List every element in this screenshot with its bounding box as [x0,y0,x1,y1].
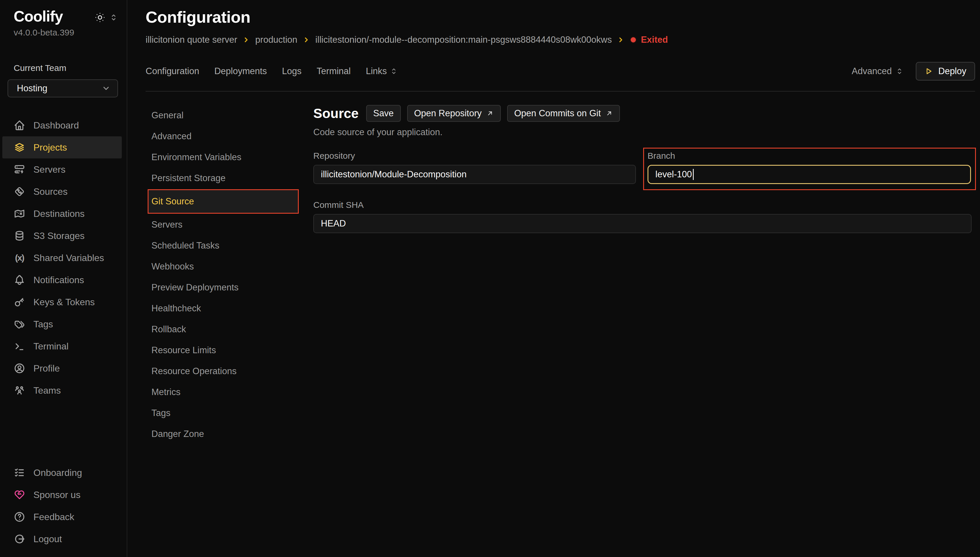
commit-sha-input[interactable]: HEAD [313,214,972,233]
terminal-icon [14,340,25,352]
sidebar-item-label: Logout [33,534,62,544]
repository-label: Repository [313,151,636,161]
sidebar-item-shared-variables[interactable]: (x) Shared Variables [0,247,127,269]
open-repository-button[interactable]: Open Repository [407,105,501,122]
repository-value: illicitestonion/Module-Decomposition [321,169,466,180]
advanced-dropdown[interactable]: Advanced [852,66,904,77]
app-version: v4.0.0-beta.399 [8,28,118,37]
sidebar-footer-nav: Onboarding Sponsor us Feedback Logout [0,462,127,550]
annotation-box-branch: Branch level-100 [643,148,976,190]
team-select-value: Hosting [17,83,47,94]
subnav-item-git-source[interactable]: Git Source [148,190,298,213]
sidebar-item-sources[interactable]: Sources [0,181,127,203]
subnav-item-scheduled-tasks[interactable]: Scheduled Tasks [146,235,313,256]
theme-toggle[interactable] [95,12,118,23]
team-select[interactable]: Hosting [8,79,118,98]
subnav-item-servers[interactable]: Servers [146,214,313,235]
breadcrumb-resource[interactable]: illicitestonion/-module--decomposition:m… [315,34,612,45]
subnav-item-webhooks[interactable]: Webhooks [146,256,313,277]
sidebar-item-teams[interactable]: Teams [0,379,127,401]
user-circle-icon [14,363,25,374]
sidebar-item-label: Shared Variables [33,252,104,263]
subnav-item-tags[interactable]: Tags [146,402,313,423]
branch-input[interactable]: level-100 [647,165,971,184]
subnav-item-preview-deployments[interactable]: Preview Deployments [146,277,313,298]
status-dot-icon [630,36,637,43]
app-logo: Coolify [14,8,63,25]
deploy-button[interactable]: Deploy [916,62,975,80]
section-title: Source [313,106,359,121]
repository-field-group: Repository illicitestonion/Module-Decomp… [313,151,636,190]
sidebar-item-label: Onboarding [33,467,82,478]
text-cursor [693,169,694,180]
layers-icon [14,142,25,153]
save-button[interactable]: Save [366,105,401,122]
sidebar-item-projects[interactable]: Projects [2,136,122,158]
sidebar-item-label: Destinations [33,208,85,219]
tab-deployments[interactable]: Deployments [214,66,267,77]
annotation-box-git-source: Git Source [148,189,299,214]
database-icon [14,230,25,241]
sidebar-nav: Dashboard Projects Servers Sources Desti… [0,114,127,401]
subnav-item-metrics[interactable]: Metrics [146,382,313,402]
advanced-label: Advanced [852,66,892,77]
sidebar-item-label: Keys & Tokens [33,297,95,308]
sidebar-item-label: Teams [33,385,61,396]
selector-chevrons-icon [895,67,904,75]
subnav-item-environment-variables[interactable]: Environment Variables [146,147,313,168]
sidebar-item-destinations[interactable]: Destinations [0,203,127,225]
sidebar-item-label: S3 Storages [33,231,85,241]
subnav-item-persistent-storage[interactable]: Persistent Storage [146,168,313,189]
sidebar-item-label: Projects [33,142,67,153]
status-label: Exited [641,34,668,45]
sidebar-item-sponsor-us[interactable]: Sponsor us [0,484,127,506]
repository-input[interactable]: illicitestonion/Module-Decomposition [313,165,636,184]
subnav-item-healthcheck[interactable]: Healthcheck [146,298,313,319]
sidebar-item-feedback[interactable]: Feedback [0,506,127,528]
git-source-icon [14,186,25,197]
tab-terminal[interactable]: Terminal [317,66,351,77]
sidebar-item-terminal[interactable]: Terminal [0,335,127,357]
server-icon [14,164,25,175]
users-group-icon [14,384,25,396]
sidebar-item-s3-storages[interactable]: S3 Storages [0,225,127,247]
tags-icon [14,318,25,330]
sun-icon [95,12,105,23]
tab-links[interactable]: Links [366,66,398,77]
chevron-right-icon [617,36,624,44]
logout-icon [14,533,25,545]
checklist-icon [14,467,25,479]
subnav-item-resource-operations[interactable]: Resource Operations [146,361,313,382]
tab-logs[interactable]: Logs [282,66,301,77]
sidebar-item-onboarding[interactable]: Onboarding [0,462,127,484]
sidebar-item-notifications[interactable]: Notifications [0,269,127,291]
subnav-item-resource-limits[interactable]: Resource Limits [146,340,313,361]
tab-configuration[interactable]: Configuration [146,66,199,77]
breadcrumb-project[interactable]: illicitonion quote server [146,34,237,45]
tabs-bar: Configuration Deployments Logs Terminal … [146,62,975,80]
main-area: Configuration illicitonion quote server … [127,0,980,557]
subnav-item-danger-zone[interactable]: Danger Zone [146,423,313,445]
section-description: Code source of your application. [313,127,975,137]
selector-chevrons-icon [109,13,118,22]
breadcrumb: illicitonion quote server production ill… [146,34,975,45]
sidebar-item-logout[interactable]: Logout [0,528,127,550]
sidebar-item-dashboard[interactable]: Dashboard [0,114,127,136]
subnav-item-rollback[interactable]: Rollback [146,319,313,340]
sidebar-item-label: Feedback [33,511,75,523]
heart-hands-icon [14,489,25,501]
sidebar-item-label: Sponsor us [33,490,81,500]
sidebar-item-profile[interactable]: Profile [0,357,127,379]
current-team-label: Current Team [8,63,118,73]
sidebar: Coolify v4.0.0-beta.399 Current Team Hos… [0,0,127,557]
subnav-item-general[interactable]: General [146,105,313,126]
chevron-right-icon [302,36,310,44]
sidebar-item-tags[interactable]: Tags [0,313,127,335]
page-title: Configuration [146,8,975,26]
status-badge: Exited [630,34,668,45]
breadcrumb-environment[interactable]: production [255,34,297,45]
open-commits-button[interactable]: Open Commits on Git [507,105,620,122]
sidebar-item-servers[interactable]: Servers [0,158,127,181]
sidebar-item-keys-tokens[interactable]: Keys & Tokens [0,291,127,313]
subnav-item-advanced[interactable]: Advanced [146,126,313,147]
